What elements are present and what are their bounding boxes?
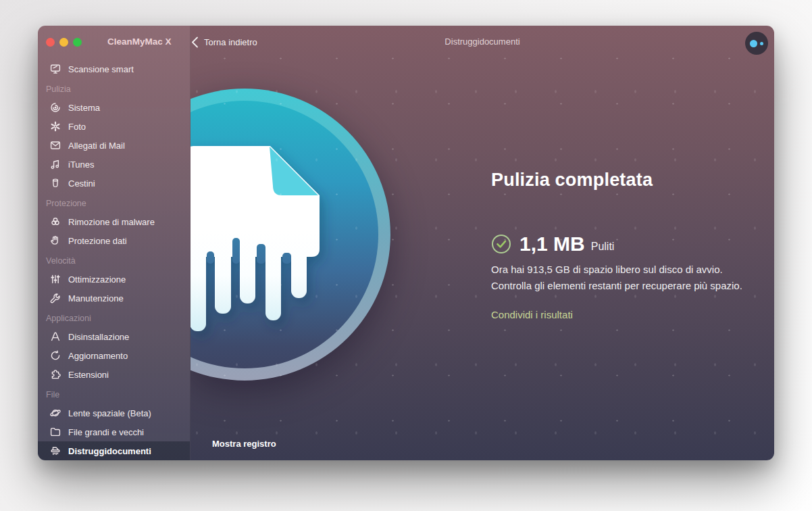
assistant-menu-button[interactable] <box>745 32 768 55</box>
mail-attachments-icon <box>49 139 61 151</box>
sidebar-item-label: Scansione smart <box>68 64 134 74</box>
photos-icon <box>49 120 61 132</box>
sidebar-item-label: Cestini <box>68 178 95 189</box>
result-description-line2: Controlla gli elementi restanti per recu… <box>491 278 774 294</box>
assistant-dot-small-icon <box>760 42 763 45</box>
sidebar-item-label: Disinstallazione <box>68 332 129 342</box>
sidebar-item-itunes[interactable]: iTunes <box>38 155 190 174</box>
sidebar-item-label: Distruggidocumenti <box>68 446 151 456</box>
sidebar-item-label: Allegati di Mail <box>68 141 125 151</box>
sidebar-section-applicazioni: Applicazioni <box>38 310 190 327</box>
sidebar-item-manutenzione[interactable]: Manutenzione <box>38 289 190 308</box>
updater-icon <box>49 349 61 362</box>
sidebar-section-file: File <box>38 386 190 404</box>
cleaned-size-value: 1,1 MB <box>519 233 585 256</box>
main-panel: Pulizia completata 1,1 MB Puliti Ora hai… <box>191 26 774 460</box>
sidebar-item-disinstallazione[interactable]: Disinstallazione <box>38 327 190 346</box>
sidebar-item-label: Sistema <box>68 103 100 113</box>
sidebar: Scansione smart Pulizia Sistema Foto All… <box>38 26 191 460</box>
sidebar-item-distruggidocumenti[interactable]: Distruggidocumenti <box>38 441 190 460</box>
space-lens-icon <box>49 407 61 419</box>
shredder-icon <box>49 445 61 457</box>
page-title: Pulizia completata <box>491 170 774 191</box>
sidebar-item-sistema[interactable]: Sistema <box>38 98 190 117</box>
sidebar-item-label: Rimozione di malware <box>68 217 155 227</box>
result-description-line1: Ora hai 913,5 GB di spazio libero sul di… <box>491 262 774 278</box>
sidebar-item-label: Protezione dati <box>68 236 127 246</box>
sidebar-item-estensioni[interactable]: Estensioni <box>38 365 190 384</box>
assistant-dot-icon <box>750 40 757 47</box>
zoom-button[interactable] <box>73 38 82 47</box>
system-junk-icon <box>49 101 61 114</box>
sidebar-item-label: iTunes <box>68 160 95 170</box>
sidebar-item-label: File grandi e vecchi <box>68 427 144 437</box>
sidebar-item-label: Estensioni <box>68 370 109 380</box>
sidebar-item-cestini[interactable]: Cestini <box>38 174 190 193</box>
sidebar-section-protezione: Protezione <box>38 195 190 212</box>
app-title: CleanMyMac X <box>107 26 172 58</box>
cleaned-result: 1,1 MB Puliti <box>491 233 774 256</box>
titlebar: CleanMyMac X Torna indietro Distruggidoc… <box>38 26 774 58</box>
sidebar-item-aggiornamento[interactable]: Aggiornamento <box>38 346 190 365</box>
trash-bins-icon <box>49 177 61 189</box>
show-log-button[interactable]: Mostra registro <box>212 439 276 449</box>
app-window: Pulizia completata 1,1 MB Puliti Ora hai… <box>38 26 774 460</box>
uninstaller-icon <box>49 331 61 343</box>
sidebar-item-label: Manutenzione <box>68 293 124 303</box>
sidebar-item-ottimizzazione[interactable]: Ottimizzazione <box>38 270 190 289</box>
sidebar-item-scansione-smart[interactable]: Scansione smart <box>38 59 190 78</box>
traffic-lights <box>46 26 82 58</box>
sidebar-item-lente-spaziale[interactable]: Lente spaziale (Beta) <box>38 404 190 422</box>
maintenance-icon <box>49 292 61 304</box>
sidebar-item-rimozione-di-malware[interactable]: Rimozione di malware <box>38 212 190 231</box>
privacy-icon <box>49 235 61 247</box>
window-header-title: Distruggidocumenti <box>191 26 774 58</box>
malware-removal-icon <box>49 216 61 228</box>
check-circle-icon <box>491 234 511 254</box>
optimization-icon <box>49 273 61 285</box>
sidebar-item-label: Ottimizzazione <box>68 274 126 285</box>
extensions-icon <box>49 368 61 381</box>
sidebar-section-pulizia: Pulizia <box>38 80 190 98</box>
result-description: Ora hai 913,5 GB di spazio libero sul di… <box>491 262 774 294</box>
sidebar-item-label: Lente spaziale (Beta) <box>68 408 151 418</box>
share-results-link[interactable]: Condividi i risultati <box>491 309 573 320</box>
smart-scan-icon <box>49 63 61 75</box>
minimize-button[interactable] <box>59 38 68 47</box>
sidebar-item-protezione-dati[interactable]: Protezione dati <box>38 231 190 250</box>
sidebar-item-allegati-di-mail[interactable]: Allegati di Mail <box>38 136 190 155</box>
shredder-artwork <box>191 26 407 411</box>
itunes-icon <box>49 158 61 170</box>
sidebar-section-velocita: Velocità <box>38 252 190 270</box>
sidebar-item-label: Foto <box>68 122 86 132</box>
sidebar-item-label: Aggiornamento <box>68 351 128 361</box>
sidebar-item-foto[interactable]: Foto <box>38 117 190 136</box>
close-button[interactable] <box>46 38 55 47</box>
large-old-files-icon <box>49 426 61 438</box>
sidebar-item-file-grandi-e-vecchi[interactable]: File grandi e vecchi <box>38 422 190 441</box>
cleaned-size-label: Puliti <box>591 241 615 253</box>
